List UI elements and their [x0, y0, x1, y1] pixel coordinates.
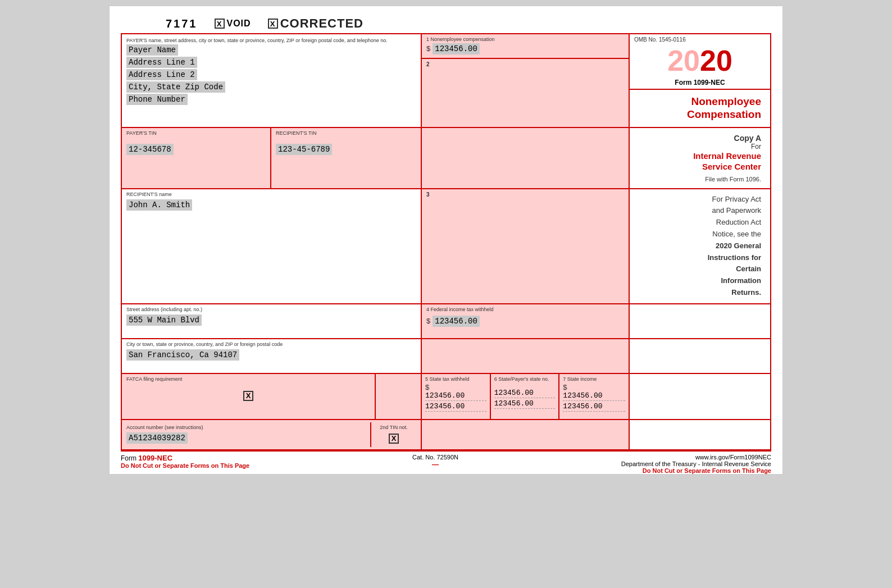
box2-area	[422, 128, 630, 188]
city-value[interactable]: San Francisco, Ca 94107	[126, 349, 239, 361]
account-label: Account number (see instructions)	[126, 425, 370, 430]
account-value[interactable]: A51234039282	[126, 432, 188, 444]
payer-phone-field[interactable]: Phone Number	[126, 94, 188, 105]
recipient-tin-label: RECIPIENT'S TIN	[276, 130, 416, 136]
2ndtin-area	[376, 374, 421, 419]
payer-address2-field[interactable]: Address Line 2	[126, 69, 197, 80]
state6-label: 6 State/Payer's state no.	[494, 376, 556, 382]
tin-section: PAYER'S TIN 12-345678 RECIPIENT'S TIN 12…	[122, 128, 422, 188]
footer-cat: Cat. No. 72590N	[412, 454, 458, 461]
street-value[interactable]: 555 W Main Blvd	[126, 314, 202, 326]
box4-dollar: $	[426, 317, 430, 325]
void-label: VOID	[227, 19, 251, 29]
privacy-rest3: Information	[721, 276, 762, 285]
state-bottom-area	[422, 420, 630, 449]
state7-dollar: $	[563, 383, 567, 391]
box2-number: 2	[426, 61, 624, 67]
footer-form-id: 1099-NEC	[138, 454, 172, 462]
privacy-rest4: Returns.	[731, 288, 761, 297]
footer-do-not-cut-left: Do Not Cut or Separate Forms on This Pag…	[121, 462, 249, 469]
payer-label: PAYER'S name, street address, city or to…	[126, 38, 416, 43]
right-empty-4	[630, 304, 770, 338]
corrected-label: CORRECTED	[280, 16, 363, 31]
footer-dept: Department of the Treasury - Internal Re…	[621, 461, 771, 467]
recipient-name-label: RECIPIENT'S name	[126, 192, 416, 197]
state7-value1: 123456.00	[563, 391, 625, 401]
street-label: Street address (including apt. no.)	[126, 307, 416, 312]
recipient-name-section: RECIPIENT'S name John A. Smith	[122, 189, 422, 303]
footer-left: Form 1099-NEC Do Not Cut or Separate For…	[121, 454, 249, 469]
file-with-label: File with Form 1096.	[639, 176, 761, 183]
irs-name: Internal Revenue Service Center	[639, 151, 761, 172]
state-boxes-row6: 5 State tax withheld $ 123456.00 123456.…	[422, 374, 630, 419]
recipient-tin-section: RECIPIENT'S TIN 123-45-6789	[271, 128, 421, 188]
title-line1: Nonemployee	[691, 95, 761, 107]
year-dark: 20	[700, 44, 732, 78]
irs-line2: Service Center	[702, 162, 761, 171]
fatca-2ndtin-section: FATCA filing requirement X	[122, 374, 422, 419]
account-area: Account number (see instructions) A51234…	[126, 422, 371, 447]
payer-name-field[interactable]: Payer Name	[126, 44, 178, 56]
payer-city-field[interactable]: City, State Zip Code	[126, 81, 225, 93]
footer-url: www.irs.gov/Form1099NEC	[621, 454, 771, 461]
box4-value[interactable]: 123456.00	[433, 316, 480, 327]
state5-value1: 123456.00	[425, 391, 486, 401]
box1-value[interactable]: 123456.00	[433, 43, 480, 54]
row-fatca-state: FATCA filing requirement X 5 State tax w…	[122, 374, 770, 420]
privacy-rest1: Instructions for	[708, 253, 761, 262]
state6-value1: 123456.00	[494, 389, 556, 398]
box1-section: 1 Nonemployee compensation $ 123456.00	[422, 34, 629, 59]
2ndtin-label: 2nd TIN not.	[380, 425, 407, 430]
year-light: 20	[667, 44, 700, 78]
state5-value2: 123456.00	[425, 402, 486, 412]
right-empty-5	[630, 339, 770, 373]
privacy-year: 2020 General	[716, 241, 761, 250]
irs-line1: Internal Revenue	[693, 151, 761, 161]
payer-address1-field[interactable]: Address Line 1	[126, 57, 197, 68]
payer-tin-label: PAYER'S TIN	[126, 130, 266, 136]
box7-state: 7 State income $ 123456.00 123456.00	[559, 374, 629, 419]
fatca-label: FATCA filing requirement	[126, 376, 370, 382]
footer-do-not-cut-right: Do Not Cut or Separate Forms on This Pag…	[621, 467, 771, 474]
recipient-tin-value[interactable]: 123-45-6789	[276, 144, 332, 155]
fatca-area: FATCA filing requirement X	[122, 374, 376, 419]
footer-dash: —	[412, 461, 458, 468]
privacy-line1: For Privacy Act	[712, 195, 761, 203]
form-1099-nec: PAYER'S name, street address, city or to…	[121, 33, 771, 452]
nonemployee-title: Nonemployee Compensation	[630, 90, 770, 127]
omb-year-section: OMB No. 1545-0116 20 20 Form 1099-NEC	[630, 34, 770, 90]
footer: Form 1099-NEC Do Not Cut or Separate For…	[121, 452, 771, 474]
payer-tin-value[interactable]: 12-345678	[126, 144, 174, 155]
footer-form-id-block: Form 1099-NEC	[121, 454, 249, 462]
row-account: Account number (see instructions) A51234…	[122, 420, 770, 450]
void-checkbox: X	[215, 19, 225, 29]
row-city: City or town, state or province, country…	[122, 339, 770, 374]
box4-section: 4 Federal income tax withheld $ 123456.0…	[422, 304, 630, 338]
privacy-line3: Reduction Act	[716, 218, 761, 226]
state5-label: 5 State tax withheld	[425, 376, 486, 382]
payer-section: PAYER'S name, street address, city or to…	[122, 34, 422, 127]
payer-tin-section: PAYER'S TIN 12-345678	[122, 128, 271, 188]
city-label: City or town, state or province, country…	[126, 341, 416, 347]
box4-label: 4 Federal income tax withheld	[426, 307, 624, 312]
copy-for-label: For	[639, 143, 761, 151]
privacy-rest2: Certain	[736, 265, 761, 273]
footer-center: Cat. No. 72590N —	[412, 454, 458, 468]
state7-label: 7 State income	[563, 376, 625, 382]
box1-dollar: $	[426, 44, 430, 53]
account-2ndtin-section: Account number (see instructions) A51234…	[122, 420, 422, 449]
box5-area	[422, 339, 630, 373]
corrected-checkbox: X	[268, 19, 278, 29]
recipient-name-value[interactable]: John A. Smith	[126, 199, 192, 211]
row-recipient: RECIPIENT'S name John A. Smith 3 For Pri…	[122, 189, 770, 304]
box6-state: 6 State/Payer's state no. 123456.00 1234…	[491, 374, 560, 419]
omb-number: OMB No. 1545-0116	[634, 37, 766, 43]
box2-section: 2	[422, 59, 629, 127]
2ndtin-box: 2nd TIN not. X	[371, 422, 416, 447]
box5-state: 5 State tax withheld $ 123456.00 123456.…	[422, 374, 491, 419]
2ndtin-checkbox: X	[389, 434, 399, 444]
privacy-line4: Notice, see the	[712, 230, 761, 238]
row-payer: PAYER'S name, street address, city or to…	[122, 34, 770, 128]
fatca-checkbox: X	[243, 391, 253, 401]
corrected-section: X CORRECTED	[268, 16, 363, 31]
